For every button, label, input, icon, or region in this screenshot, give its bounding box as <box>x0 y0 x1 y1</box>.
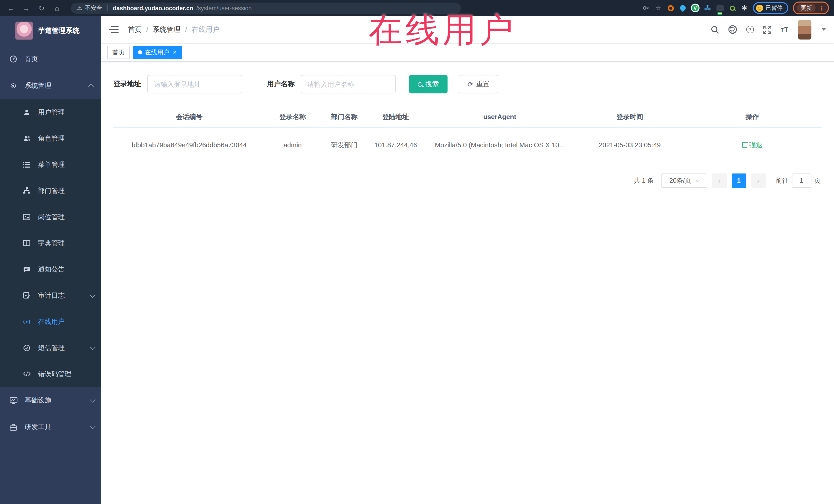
app-logo-row[interactable]: 芋道管理系统 <box>0 16 101 46</box>
breadcrumb-system[interactable]: 系统管理 <box>153 25 181 34</box>
sidebar-item-label: 错误码管理 <box>38 369 71 378</box>
app-logo <box>15 22 33 40</box>
prev-page-button[interactable]: ‹ <box>712 174 726 188</box>
table-header: 会话编号 登录名称 部门名称 登陆地址 userAgent 登录时间 操作 <box>113 107 822 128</box>
sidebar-item-dict-mgmt[interactable]: 字典管理 <box>0 230 101 256</box>
sidebar-item-label: 菜单管理 <box>38 160 65 169</box>
sidebar-item-post-mgmt[interactable]: 岗位管理 <box>0 204 101 230</box>
screen: 在线用户 ← → ↻ ⌂ ⚠ 不安全 dashboard.yudao.iocod… <box>0 0 834 504</box>
code-icon <box>23 371 31 377</box>
book-icon <box>23 240 31 246</box>
avatar[interactable] <box>798 20 811 39</box>
goto-page-input[interactable] <box>792 174 811 188</box>
announcement-icon <box>23 266 31 272</box>
forward-icon[interactable]: → <box>21 4 32 12</box>
breadcrumb-home[interactable]: 首页 <box>128 25 142 34</box>
refresh-icon: ⟳ <box>467 80 473 88</box>
reset-button[interactable]: ⟳ 重置 <box>459 75 498 93</box>
tags-view: 首页 在线用户 × <box>101 44 834 62</box>
sidebar-toggle-icon[interactable] <box>109 26 118 33</box>
github-icon[interactable] <box>728 25 737 34</box>
dashboard-icon <box>9 56 18 63</box>
gear-icon <box>9 82 18 89</box>
help-icon[interactable]: ? <box>746 26 754 34</box>
tag-online-users[interactable]: 在线用户 × <box>133 46 182 59</box>
force-logout-button[interactable]: 强退 <box>742 140 762 150</box>
current-page[interactable]: 1 <box>731 174 746 188</box>
sidebar-item-menu-mgmt[interactable]: 菜单管理 <box>0 151 101 178</box>
sidebar-item-label: 在线用户 <box>38 317 65 326</box>
reset-button-label: 重置 <box>476 80 490 89</box>
sidebar-item-user-mgmt[interactable]: 用户管理 <box>0 99 101 125</box>
tag-close-icon[interactable]: × <box>173 49 177 56</box>
font-size-icon[interactable]: тT <box>781 26 789 34</box>
login-addr-label: 登录地址 <box>113 80 141 89</box>
cell-login-addr: 101.87.244.46 <box>369 138 423 152</box>
sidebar-item-role-mgmt[interactable]: 角色管理 <box>0 125 101 151</box>
extension-flower-icon[interactable]: ✻ <box>741 4 748 12</box>
list-icon <box>23 161 31 168</box>
extension-green-v-icon[interactable]: V <box>691 4 699 12</box>
col-login-name: 登录名称 <box>265 109 320 125</box>
sidebar-item-label: 研发工具 <box>25 422 51 432</box>
goto-label: 前往 <box>776 176 789 185</box>
caret-down-icon[interactable] <box>822 28 826 31</box>
magnifier-icon <box>418 82 422 86</box>
reload-icon[interactable]: ↻ <box>36 4 47 12</box>
search-icon[interactable] <box>710 25 719 34</box>
page-size-select[interactable]: 20条/页 <box>661 174 707 188</box>
filter-form: 登录地址 用户名称 搜索 ⟳ 重置 <box>113 75 822 93</box>
sidebar-item-home[interactable]: 首页 <box>0 46 101 72</box>
clipboard-pen-icon <box>23 292 31 299</box>
extension-dark-on-icon[interactable]: on <box>716 4 724 12</box>
next-page-button[interactable]: › <box>751 174 766 188</box>
sidebar-item-label: 通知公告 <box>38 265 65 274</box>
pagination: 共 1 条 20条/页 ‹ 1 › 前往 页 <box>113 174 822 188</box>
browser-menu-icon[interactable]: ⋮ <box>819 4 825 12</box>
fullscreen-icon[interactable] <box>763 25 771 34</box>
login-addr-input[interactable] <box>147 75 242 93</box>
sidebar-item-label: 审计日志 <box>38 291 65 300</box>
profile-paused-chip[interactable]: ☺ 已暂停 <box>753 2 788 14</box>
update-group[interactable]: 更新 ⋮ <box>793 2 829 14</box>
extension-blue-twins-icon[interactable]: ⁂ <box>704 4 711 12</box>
username-input[interactable] <box>301 75 396 93</box>
col-session-id: 会话编号 <box>113 109 265 125</box>
sidebar-item-errcode-mgmt[interactable]: 错误码管理 <box>0 361 101 387</box>
sidebar-item-dept-mgmt[interactable]: 部门管理 <box>0 178 101 204</box>
extension-blue-drop-icon[interactable] <box>679 4 687 12</box>
online-signal-icon <box>23 319 31 325</box>
trash-icon <box>742 142 747 148</box>
chevron-down-icon <box>90 344 96 350</box>
extension-orange-icon[interactable] <box>667 4 674 12</box>
back-icon[interactable]: ← <box>5 4 17 12</box>
sidebar-submenu-system: 用户管理 角色管理 菜单管理 <box>0 99 101 387</box>
sessions-table: 会话编号 登录名称 部门名称 登陆地址 userAgent 登录时间 操作 bf… <box>113 107 822 162</box>
cell-login-name: admin <box>265 138 320 152</box>
chevron-down-icon <box>90 423 96 429</box>
bookmark-star-icon[interactable]: ☆ <box>654 4 662 12</box>
sidebar-item-online-users[interactable]: 在线用户 <box>0 308 101 335</box>
id-card-icon <box>23 214 31 220</box>
search-button[interactable]: 搜索 <box>409 75 447 93</box>
home-icon[interactable]: ⌂ <box>51 4 63 12</box>
address-bar[interactable]: ⚠ 不安全 dashboard.yudao.iocoder.cn/system/… <box>71 2 461 14</box>
sidebar-item-label: 用户管理 <box>38 108 65 117</box>
security-label: 不安全 <box>85 4 102 12</box>
sidebar-item-system[interactable]: 系统管理 <box>0 72 101 99</box>
tag-label: 首页 <box>112 48 125 57</box>
warning-icon: ⚠ <box>77 5 82 11</box>
page-content: 登录地址 用户名称 搜索 ⟳ 重置 会话编号 <box>101 62 834 504</box>
extension-green-magnifier-icon[interactable] <box>728 4 736 12</box>
sidebar-item-notice[interactable]: 通知公告 <box>0 256 101 282</box>
sidebar-item-infrastructure[interactable]: 基础设施 <box>0 387 101 414</box>
sidebar-item-label: 角色管理 <box>38 134 65 143</box>
password-key-icon[interactable] <box>642 4 650 12</box>
sidebar-item-dev-tools[interactable]: 研发工具 <box>0 414 101 440</box>
col-user-agent: userAgent <box>423 110 577 124</box>
sidebar-item-audit-log[interactable]: 审计日志 <box>0 282 101 308</box>
tag-home[interactable]: 首页 <box>107 46 130 59</box>
sidebar-item-sms-mgmt[interactable]: 短信管理 <box>0 335 101 361</box>
update-button[interactable]: 更新 <box>797 4 815 12</box>
force-logout-label: 强退 <box>749 140 762 150</box>
